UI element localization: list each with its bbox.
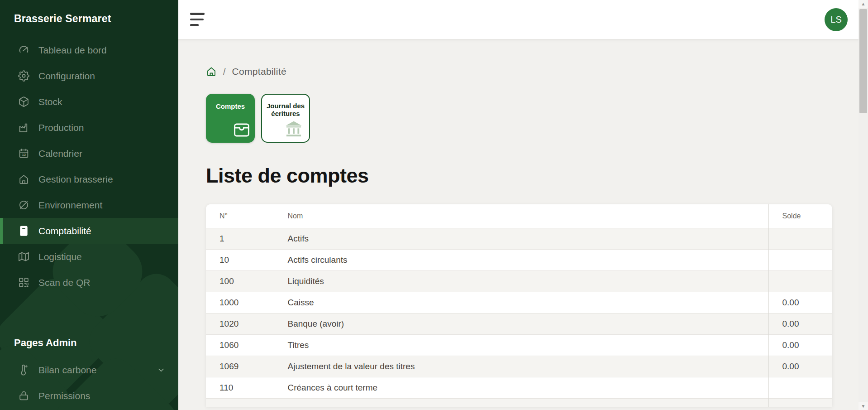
sidebar-item-logistique[interactable]: Logistique	[0, 244, 178, 270]
sidebar-item-environnement[interactable]: Environnement	[0, 192, 178, 218]
sidebar-item-comptabilite[interactable]: Comptabilité	[0, 218, 178, 244]
scroll-down-arrow[interactable]: ▼	[858, 402, 868, 410]
sidebar-item-label: Gestion brasserie	[38, 174, 113, 185]
tab-label: Journal des écritures	[262, 95, 309, 117]
cell-num: 10	[206, 249, 274, 270]
package-icon	[18, 96, 29, 108]
sidebar-nav: Tableau de bord Configuration	[0, 37, 178, 295]
column-header-solde: Solde	[768, 204, 832, 228]
cell-solde: 0.00	[768, 292, 832, 313]
vertical-scrollbar[interactable]: ▲ ▼	[858, 0, 868, 410]
table-row[interactable]: 1020 Banque (avoir) 0.00	[206, 313, 832, 334]
cell-nom: Banque (avoir)	[274, 313, 768, 334]
cell-num: 1060	[206, 334, 274, 356]
cell-solde: 0.00	[768, 356, 832, 377]
cell-solde: 0.00	[768, 313, 832, 334]
module-tabs: Comptes Journal des écritures	[206, 94, 868, 143]
page-title: Liste de comptes	[206, 164, 868, 188]
cell-solde	[768, 249, 832, 270]
app-title: Brasserie Sermaret	[0, 0, 178, 25]
sidebar-item-label: Logistique	[38, 251, 82, 262]
tab-comptes[interactable]: Comptes	[206, 94, 255, 143]
sidebar-item-calendrier[interactable]: 12 Calendrier	[0, 140, 178, 166]
bank-icon	[284, 120, 303, 138]
table-row[interactable]: 1 Actifs	[206, 228, 832, 249]
sidebar-item-permissions[interactable]: Permissions	[0, 383, 178, 409]
tab-label: Comptes	[206, 94, 255, 110]
leaf-slash-icon	[18, 199, 29, 211]
admin-section-label: Pages Admin	[0, 337, 178, 349]
table-row[interactable]: 10 Actifs circulants	[206, 249, 832, 270]
cell-nom	[274, 398, 768, 407]
cell-solde	[768, 398, 832, 407]
cell-solde	[768, 377, 832, 398]
cell-solde: 0.00	[768, 334, 832, 356]
user-avatar[interactable]: LS	[825, 8, 848, 31]
table-header-row: N° Nom Solde	[206, 204, 832, 228]
sidebar-item-stock[interactable]: Stock	[0, 89, 178, 115]
cell-nom: Caisse	[274, 292, 768, 313]
cell-solde	[768, 270, 832, 292]
sidebar-item-label: Production	[38, 122, 84, 133]
wallet-icon	[233, 122, 251, 138]
cell-num: 1020	[206, 313, 274, 334]
column-header-num: N°	[206, 204, 274, 228]
sidebar-item-production[interactable]: Production	[0, 115, 178, 140]
table-row[interactable]: 1060 Titres 0.00	[206, 334, 832, 356]
svg-text:12: 12	[22, 153, 26, 157]
sidebar: Brasserie Sermaret Tableau de bord	[0, 0, 178, 410]
table-row[interactable]: 1000 Caisse 0.00	[206, 292, 832, 313]
sidebar-item-configuration[interactable]: Configuration	[0, 63, 178, 89]
sidebar-item-label: Configuration	[38, 71, 95, 82]
table-row[interactable]: 1069 Ajustement de la valeur des titres …	[206, 356, 832, 377]
thermometer-icon	[18, 364, 29, 376]
scroll-up-arrow[interactable]: ▲	[858, 0, 868, 8]
sidebar-item-scan-de-qr[interactable]: Scan de QR	[0, 270, 178, 295]
main-area: LS / Comptabilité Comptes	[178, 0, 868, 410]
cell-nom: Actifs	[274, 228, 768, 249]
qr-code-icon	[18, 277, 29, 289]
calendar-icon: 12	[18, 148, 29, 159]
tab-journal-des-ecritures[interactable]: Journal des écritures	[261, 94, 310, 143]
table-row[interactable]	[206, 398, 832, 407]
breadcrumb: / Comptabilité	[206, 66, 868, 77]
scrollbar-thumb[interactable]	[859, 9, 867, 113]
cell-num: 110	[206, 377, 274, 398]
app-window: Brasserie Sermaret Tableau de bord	[0, 0, 868, 410]
topbar: LS	[178, 0, 868, 39]
breadcrumb-home-icon[interactable]	[206, 66, 217, 77]
factory-icon	[18, 122, 29, 134]
sidebar-item-label: Stock	[38, 96, 62, 107]
sidebar-item-label: Tableau de bord	[38, 45, 107, 56]
sidebar-item-gestion-brasserie[interactable]: Gestion brasserie	[0, 166, 178, 192]
lock-icon	[18, 390, 29, 402]
menu-toggle-button[interactable]	[190, 13, 205, 26]
table-row[interactable]: 100 Liquidités	[206, 270, 832, 292]
cell-num: 100	[206, 270, 274, 292]
sidebar-item-label: Permissions	[38, 391, 90, 401]
map-icon	[18, 251, 29, 263]
cell-num	[206, 398, 274, 407]
sidebar-item-tableau-de-bord[interactable]: Tableau de bord	[0, 37, 178, 63]
page-content: / Comptabilité Comptes Journal de	[178, 39, 868, 410]
cell-nom: Créances à court terme	[274, 377, 768, 398]
cell-solde	[768, 228, 832, 249]
column-header-nom: Nom	[274, 204, 768, 228]
sidebar-item-bilan-carbone[interactable]: Bilan carbone	[0, 357, 178, 383]
cell-nom: Actifs circulants	[274, 249, 768, 270]
table-row[interactable]: 110 Créances à court terme	[206, 377, 832, 398]
calculator-icon	[18, 225, 29, 237]
gear-icon	[18, 70, 29, 82]
sidebar-admin-nav: Bilan carbone Permissions	[0, 357, 178, 409]
accounts-table: N° Nom Solde 1 Actifs 10 Ac	[206, 204, 832, 407]
cell-num: 1	[206, 228, 274, 249]
sidebar-item-label: Environnement	[38, 200, 102, 211]
cell-num: 1000	[206, 292, 274, 313]
gauge-icon	[18, 44, 29, 56]
cell-nom: Liquidités	[274, 270, 768, 292]
sidebar-item-label: Calendrier	[38, 148, 82, 159]
cell-nom: Ajustement de la valeur des titres	[274, 356, 768, 377]
sidebar-item-label: Comptabilité	[38, 226, 91, 236]
sidebar-item-label: Bilan carbone	[38, 365, 96, 376]
home-icon	[18, 174, 29, 185]
